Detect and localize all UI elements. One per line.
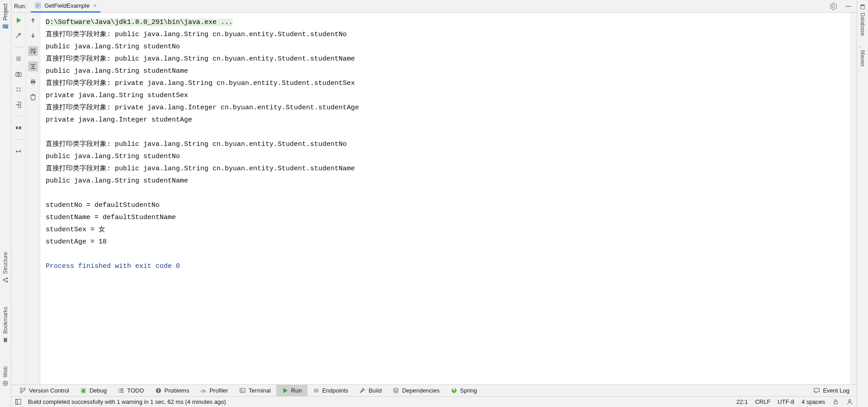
sidebar-label-database: Database (859, 13, 866, 36)
scroll-down-button[interactable] (28, 31, 38, 41)
svg-rect-13 (16, 56, 21, 61)
tab-event-log[interactable]: Event Log (809, 385, 854, 396)
hide-button[interactable] (843, 1, 854, 12)
run-toolwindow-header: Run: GetFieldExample × (11, 0, 857, 13)
tab-debug[interactable]: Debug (75, 385, 112, 396)
tab-run[interactable]: Run (276, 385, 307, 396)
run-toolwindow-body: D:\Software\Java\jdk1.8.0_291\bin\java.e… (11, 13, 857, 384)
svg-point-28 (24, 388, 25, 390)
tab-todo[interactable]: TODO (112, 385, 149, 396)
arrow-down-icon (29, 32, 37, 39)
svg-rect-34 (118, 392, 119, 393)
tab-label: Endpoints (322, 387, 349, 394)
attach-debugger-button[interactable] (14, 84, 24, 94)
list-icon (118, 387, 124, 394)
svg-rect-3 (6, 277, 8, 279)
tab-endpoints[interactable]: Endpoints (307, 385, 354, 396)
svg-point-41 (316, 390, 317, 391)
svg-rect-38 (158, 391, 159, 392)
layout-icon (15, 124, 22, 131)
spring-icon (451, 387, 458, 394)
indent-setting[interactable]: 4 spaces (802, 398, 825, 405)
svg-rect-35 (120, 392, 124, 393)
lock-icon[interactable] (832, 398, 839, 405)
tab-label: Event Log (823, 387, 849, 394)
exit-button[interactable] (14, 100, 24, 110)
svg-point-19 (16, 90, 18, 92)
run-actions-secondary (26, 13, 40, 384)
clear-all-button[interactable] (28, 92, 38, 102)
pin-button[interactable] (14, 146, 24, 156)
stop-icon (15, 55, 22, 62)
layout-button[interactable] (14, 123, 24, 133)
soft-wrap-button[interactable] (28, 46, 38, 56)
bug-dots-icon (15, 86, 22, 93)
tab-build[interactable]: Build (354, 385, 387, 396)
sidebar-item-bookmarks[interactable]: Bookmarks (2, 304, 9, 346)
svg-point-26 (20, 388, 22, 390)
scroll-up-button[interactable] (28, 15, 38, 25)
caret-position[interactable]: 22:1 (736, 398, 748, 405)
sidebar-item-web[interactable]: Web (2, 364, 9, 389)
svg-point-20 (19, 90, 20, 92)
sidebar-label-bookmarks: Bookmarks (2, 307, 9, 334)
dump-threads-button[interactable] (14, 69, 24, 79)
console-output[interactable]: D:\Software\Java\jdk1.8.0_291\bin\java.e… (40, 13, 850, 384)
scroll-to-end-button[interactable] (28, 61, 38, 71)
svg-rect-22 (19, 126, 21, 129)
terminal-icon (239, 387, 246, 394)
run-tab[interactable]: GetFieldExample × (31, 0, 100, 13)
wrench-icon (15, 32, 22, 39)
run-actions-primary (11, 13, 26, 384)
tab-terminal[interactable]: Terminal (234, 385, 276, 396)
sidebar-item-maven[interactable]: m Maven (859, 38, 866, 69)
sidebar-label-maven: Maven (859, 50, 866, 66)
soft-wrap-icon (29, 47, 37, 55)
run-label: Run: (14, 3, 26, 9)
chat-icon (813, 387, 820, 394)
sidebar-item-project[interactable]: Project (2, 1, 9, 32)
svg-rect-11 (36, 7, 38, 7)
svg-rect-42 (16, 399, 21, 404)
print-button[interactable] (28, 77, 38, 87)
svg-point-17 (16, 88, 18, 89)
file-encoding[interactable]: UTF-8 (778, 398, 794, 405)
tab-label: Version Control (29, 387, 69, 394)
sidebar-item-database[interactable]: Database (859, 1, 866, 38)
database-icon (859, 4, 866, 10)
status-message: Build completed successfully with 1 warn… (28, 398, 226, 405)
endpoints-icon (313, 387, 320, 394)
line-separator[interactable]: CRLF (755, 398, 770, 405)
branch-icon (19, 387, 26, 394)
svg-rect-16 (17, 72, 19, 73)
svg-rect-24 (32, 80, 34, 81)
tab-version-control[interactable]: Version Control (14, 385, 75, 396)
hector-icon[interactable] (846, 398, 853, 405)
console-scrollbar[interactable] (850, 13, 857, 384)
svg-point-5 (3, 381, 8, 386)
modify-run-config-button[interactable] (14, 31, 24, 41)
tab-dependencies[interactable]: Dependencies (387, 385, 445, 396)
svg-point-45 (849, 399, 851, 402)
sidebar-item-structure[interactable]: Structure (2, 249, 9, 286)
gauge-icon (200, 387, 207, 394)
tab-spring[interactable]: Spring (445, 385, 483, 396)
svg-point-39 (203, 392, 204, 393)
svg-rect-33 (120, 390, 124, 391)
svg-rect-31 (120, 388, 124, 389)
tab-profiler[interactable]: Profiler (194, 385, 233, 396)
svg-rect-2 (6, 281, 8, 282)
settings-button[interactable] (828, 1, 839, 12)
tab-problems[interactable]: Problems (150, 385, 195, 396)
tab-label: Run (291, 387, 302, 394)
bug-icon (80, 387, 87, 394)
svg-rect-4 (3, 279, 5, 281)
status-bar: Build completed successfully with 1 warn… (11, 396, 857, 407)
stop-button[interactable] (14, 54, 24, 64)
tool-windows-icon[interactable] (15, 398, 22, 405)
close-tab-icon[interactable]: × (93, 2, 97, 9)
arrow-up-icon (29, 17, 37, 24)
rerun-button[interactable] (14, 15, 24, 25)
main-area: Run: GetFieldExample × (11, 0, 857, 407)
maven-icon: m (859, 41, 866, 47)
